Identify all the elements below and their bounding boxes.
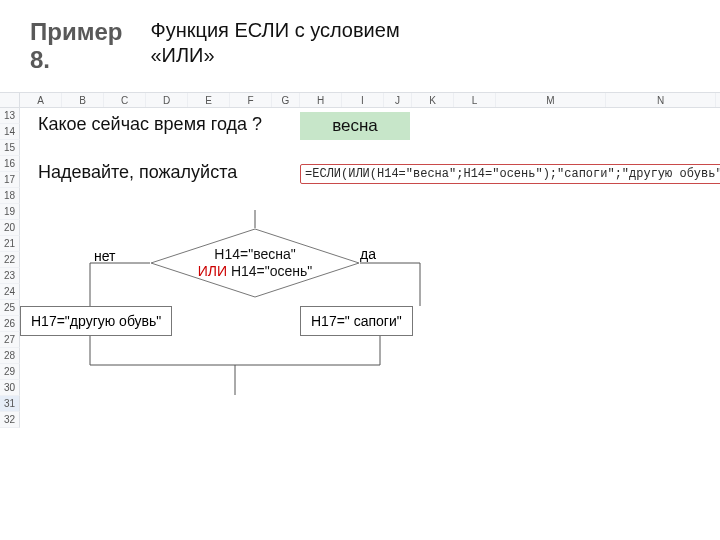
row-header-26[interactable]: 26 bbox=[0, 316, 20, 332]
col-header-n[interactable]: N bbox=[606, 93, 716, 107]
row-header-22[interactable]: 22 bbox=[0, 252, 20, 268]
condition-line1: H14="весна" bbox=[214, 246, 295, 263]
example-number: Пример 8. bbox=[30, 18, 140, 73]
col-header-m[interactable]: M bbox=[496, 93, 606, 107]
answer-value[interactable]: весна bbox=[300, 116, 410, 136]
row-header-28[interactable]: 28 bbox=[0, 348, 20, 364]
row-header-16[interactable]: 16 bbox=[0, 156, 20, 172]
prompt-text: Надевайте, пожалуйста bbox=[38, 162, 237, 183]
row-header-14[interactable]: 14 bbox=[0, 124, 20, 140]
col-header-c[interactable]: C bbox=[104, 93, 146, 107]
col-header-b[interactable]: B bbox=[62, 93, 104, 107]
false-result-box: H17="другую обувь" bbox=[20, 306, 172, 336]
row-header-20[interactable]: 20 bbox=[0, 220, 20, 236]
row-header-32[interactable]: 32 bbox=[0, 412, 20, 428]
col-header-o[interactable]: O bbox=[716, 93, 720, 107]
row-header-18[interactable]: 18 bbox=[0, 188, 20, 204]
column-headers: ABCDEFGHIJKLMNO bbox=[0, 92, 720, 108]
row-header-21[interactable]: 21 bbox=[0, 236, 20, 252]
decision-diamond: H14="весна" ИЛИ H14="осень" bbox=[150, 228, 360, 298]
flowchart: H14="весна" ИЛИ H14="осень" нет да H17="… bbox=[20, 210, 480, 410]
row-header-19[interactable]: 19 bbox=[0, 204, 20, 220]
col-header-f[interactable]: F bbox=[230, 93, 272, 107]
col-header-a[interactable]: A bbox=[20, 93, 62, 107]
row-header-25[interactable]: 25 bbox=[0, 300, 20, 316]
row-header-29[interactable]: 29 bbox=[0, 364, 20, 380]
formula-box: =ЕСЛИ(ИЛИ(H14="весна";H14="осень");"сапо… bbox=[300, 164, 720, 184]
row-header-15[interactable]: 15 bbox=[0, 140, 20, 156]
condition-or: ИЛИ bbox=[198, 263, 227, 279]
col-header-k[interactable]: K bbox=[412, 93, 454, 107]
branch-no-label: нет bbox=[94, 248, 115, 264]
branch-yes-label: да bbox=[360, 246, 376, 262]
row-header-30[interactable]: 30 bbox=[0, 380, 20, 396]
row-header-17[interactable]: 17 bbox=[0, 172, 20, 188]
slide-subtitle: Функция ЕСЛИ с условием «ИЛИ» bbox=[150, 18, 410, 68]
row-header-27[interactable]: 27 bbox=[0, 332, 20, 348]
row-header-13[interactable]: 13 bbox=[0, 108, 20, 124]
spreadsheet: ABCDEFGHIJKLMNO Какое сейчас время года … bbox=[0, 92, 720, 108]
condition-line2: H14="осень" bbox=[227, 263, 312, 279]
col-header-h[interactable]: H bbox=[300, 93, 342, 107]
row-header-23[interactable]: 23 bbox=[0, 268, 20, 284]
col-header-j[interactable]: J bbox=[384, 93, 412, 107]
col-header-e[interactable]: E bbox=[188, 93, 230, 107]
col-header-l[interactable]: L bbox=[454, 93, 496, 107]
question-text: Какое сейчас время года ? bbox=[38, 114, 262, 135]
true-result-box: H17=" сапоги" bbox=[300, 306, 413, 336]
col-header-d[interactable]: D bbox=[146, 93, 188, 107]
col-header-g[interactable]: G bbox=[272, 93, 300, 107]
col-header-i[interactable]: I bbox=[342, 93, 384, 107]
row-header-31[interactable]: 31 bbox=[0, 396, 20, 412]
row-header-24[interactable]: 24 bbox=[0, 284, 20, 300]
